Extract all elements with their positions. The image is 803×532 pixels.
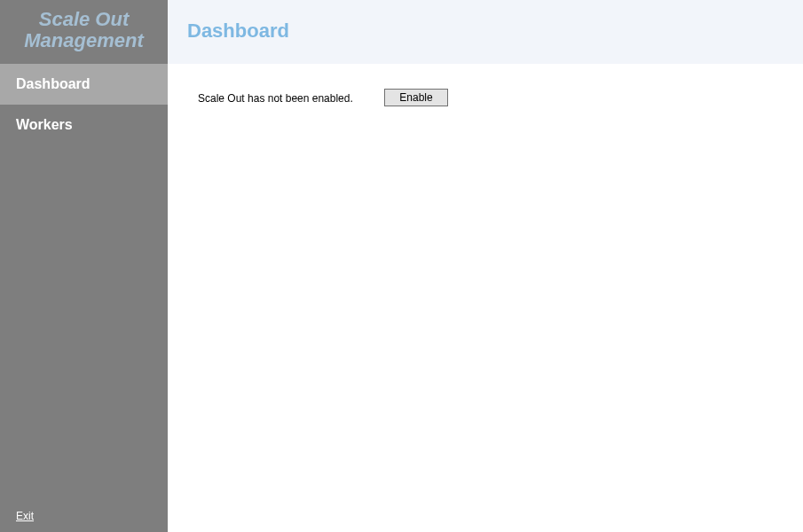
sidebar-footer: Exit [0, 498, 168, 532]
status-text: Scale Out has not been enabled. [198, 89, 384, 105]
exit-link[interactable]: Exit [16, 510, 34, 522]
sidebar-title: Scale Out Management [0, 0, 168, 64]
sidebar-item-label: Dashboard [16, 76, 91, 91]
page-title: Dashboard [187, 20, 783, 43]
sidebar-nav: Dashboard Workers [0, 64, 168, 498]
header: Dashboard [168, 0, 803, 64]
content: Dashboard Scale Out has not been enabled… [168, 0, 803, 532]
sidebar: Scale Out Management Dashboard Workers E… [0, 0, 168, 532]
enable-button[interactable]: Enable [384, 89, 448, 106]
sidebar-item-label: Workers [16, 117, 73, 132]
sidebar-item-dashboard[interactable]: Dashboard [0, 64, 168, 105]
sidebar-item-workers[interactable]: Workers [0, 105, 168, 145]
main-panel: Scale Out has not been enabled. Enable [168, 64, 803, 131]
